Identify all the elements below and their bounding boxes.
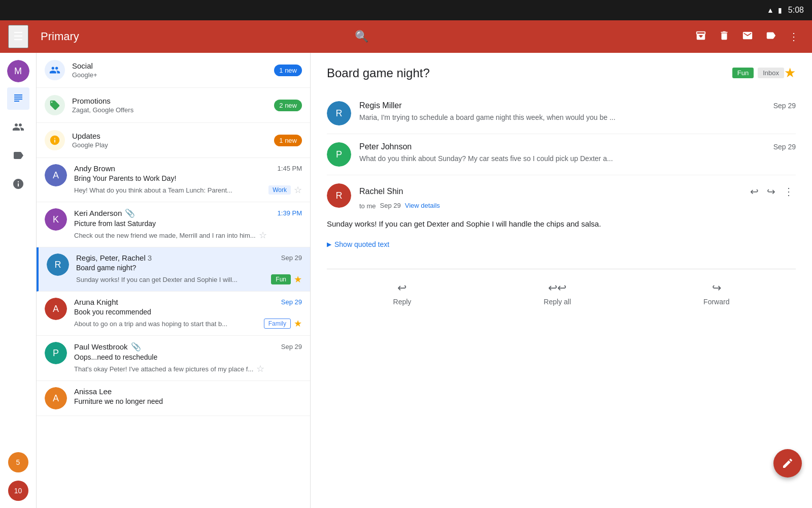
category-promotions[interactable]: Promotions Zagat, Google Offers 2 new	[37, 88, 310, 123]
archive-button[interactable]	[690, 25, 712, 49]
peter-thread-avatar: P	[327, 142, 351, 167]
keri-star[interactable]: ☆	[259, 230, 267, 241]
andy-subject: Bring Your Parents to Work Day!	[74, 174, 302, 182]
paul-subject: Oops...need to reschedule	[74, 353, 302, 361]
peter-thread-date: Sep 29	[773, 143, 796, 151]
show-quoted-label: Show quoted text	[334, 240, 389, 248]
more-button[interactable]: ⋮	[784, 25, 804, 48]
category-social[interactable]: Social Google+ 1 new	[37, 53, 310, 88]
forward-button[interactable]: ↪ Forward	[691, 277, 741, 310]
aruna-tag: Family	[264, 319, 291, 329]
email-row-keri[interactable]: K Keri Anderson 📎 1:39 PM Picture from l…	[37, 202, 310, 247]
regis-tag: Fun	[271, 274, 291, 284]
more-msg-btn[interactable]: ⋮	[782, 183, 796, 200]
rachel-avatar: R	[327, 183, 351, 208]
regis-count: 3	[148, 253, 152, 262]
regis-thread-content: Regis Miller Sep 29 Maria, I'm trying to…	[359, 101, 796, 121]
detail-title: Board game night?	[327, 66, 726, 80]
regis-thread-preview: Maria, I'm trying to schedule a board ga…	[359, 113, 796, 121]
user-avatar-main[interactable]: M	[7, 60, 29, 82]
thread-item-regis[interactable]: R Regis Miller Sep 29 Maria, I'm trying …	[327, 93, 796, 134]
anissa-subject: Furniture we no longer need	[74, 397, 302, 405]
detail-star[interactable]: ★	[784, 65, 796, 81]
thread-item-peter[interactable]: P Peter Johnson Sep 29 What do you think…	[327, 134, 796, 175]
social-badge: 1 new	[274, 65, 302, 76]
updates-icon	[45, 130, 65, 150]
keri-avatar: K	[45, 208, 67, 231]
main-layout: M 5 10 Social	[0, 53, 812, 508]
paul-content: Paul Westbrook 📎 Sep 29 Oops...need to r…	[74, 342, 302, 374]
keri-preview: Check out the new friend we made, Merril…	[74, 232, 256, 239]
message-body: Sunday works! If you can get Dexter and …	[327, 218, 796, 230]
mail-button[interactable]	[737, 25, 758, 49]
email-row-andy[interactable]: A Andy Brown 1:45 PM Bring Your Parents …	[37, 158, 310, 202]
forward-icon-btn[interactable]: ↪	[765, 183, 777, 200]
anissa-sender: Anissa Lee	[74, 387, 112, 396]
andy-star[interactable]: ☆	[294, 184, 302, 196]
compose-fab[interactable]	[773, 449, 802, 478]
info-icon-btn[interactable]	[7, 173, 29, 195]
andy-tag: Work	[268, 185, 291, 195]
peter-thread-content: Peter Johnson Sep 29 What do you think a…	[359, 142, 796, 163]
reply-icon: ↩	[397, 281, 407, 295]
social-name: Social	[72, 61, 274, 70]
anissa-content: Anissa Lee Furniture we no longer need	[74, 387, 302, 407]
paul-star[interactable]: ☆	[256, 363, 264, 374]
updates-name: Updates	[72, 132, 274, 140]
email-row-anissa[interactable]: A Anissa Lee Furniture we no longer need	[37, 381, 310, 416]
aruna-time: Sep 29	[281, 298, 302, 306]
updates-badge: 1 new	[274, 135, 302, 146]
regis-thread-avatar: R	[327, 101, 351, 125]
social-info: Social Google+	[72, 61, 274, 79]
email-list: Social Google+ 1 new Promotions Zagat, G…	[37, 53, 311, 508]
wifi-icon: ▲	[767, 6, 774, 14]
view-details-link[interactable]: View details	[405, 202, 440, 209]
forward-label: Forward	[703, 298, 729, 306]
message-date: Sep 29	[380, 202, 401, 209]
social-icon	[45, 60, 65, 80]
fun-tag: Fun	[732, 68, 754, 78]
reply-all-button[interactable]: ↩↩ Reply all	[531, 277, 583, 310]
email-row-paul[interactable]: P Paul Westbrook 📎 Sep 29 Oops...need to…	[37, 336, 310, 381]
contacts-icon-btn[interactable]	[7, 116, 29, 138]
search-button[interactable]: 🔍	[350, 25, 374, 48]
andy-avatar: A	[45, 164, 67, 186]
label-button[interactable]	[760, 25, 782, 49]
regis-thread-date: Sep 29	[773, 102, 796, 110]
message-from-row: R Rachel Shin ↩ ↪ ⋮ to me Sep 29	[327, 183, 796, 210]
avatar-group-2[interactable]: 10	[7, 480, 29, 502]
delete-button[interactable]	[714, 25, 735, 49]
aruna-subject: Book you recommended	[74, 308, 302, 316]
menu-button[interactable]: ☰	[8, 25, 28, 48]
email-row-regis[interactable]: R Regis, Peter, Rachel 3 Sep 29 Board ga…	[37, 247, 310, 292]
reply-bar: ↩ Reply ↩↩ Reply all ↪ Forward	[327, 269, 796, 318]
app-title: Primary	[37, 30, 342, 43]
paul-preview: That's okay Peter! I've attached a few p…	[74, 365, 253, 373]
message-to: to me	[359, 202, 376, 210]
inbox-icon-btn[interactable]	[7, 87, 29, 110]
show-quoted-btn[interactable]: ▶ Show quoted text	[327, 240, 796, 248]
regis-star[interactable]: ★	[294, 274, 302, 285]
message-actions: ↩ ↪ ⋮	[748, 183, 796, 200]
status-icons: ▲ ▮	[767, 6, 782, 14]
keri-content: Keri Anderson 📎 1:39 PM Picture from las…	[74, 208, 302, 241]
avatar-group-1[interactable]: 5	[7, 451, 29, 473]
peter-thread-preview: What do you think about Sunday? My car s…	[359, 154, 796, 163]
promo-icon	[45, 95, 65, 115]
updates-info: Updates Google Play	[72, 132, 274, 149]
rachel-name: Rachel Shin	[359, 187, 403, 196]
top-actions: ⋮	[690, 25, 804, 49]
aruna-preview: About to go on a trip and was hoping to …	[74, 320, 261, 328]
reply-button[interactable]: ↩ Reply	[381, 277, 424, 310]
status-bar: ▲ ▮ 5:08	[0, 0, 812, 20]
labels-icon-btn[interactable]	[7, 144, 29, 167]
regis-thread-sender: Regis Miller	[359, 101, 402, 110]
andy-sender: Andy Brown	[74, 164, 115, 173]
category-updates[interactable]: Updates Google Play 1 new	[37, 123, 310, 158]
email-row-aruna[interactable]: A Aruna Knight Sep 29 Book you recommend…	[37, 292, 310, 336]
aruna-avatar: A	[45, 298, 67, 320]
reply-icon-btn[interactable]: ↩	[748, 183, 761, 200]
promotions-info: Promotions Zagat, Google Offers	[72, 97, 274, 114]
regis-time: Sep 29	[281, 254, 302, 262]
aruna-star[interactable]: ★	[294, 318, 302, 329]
